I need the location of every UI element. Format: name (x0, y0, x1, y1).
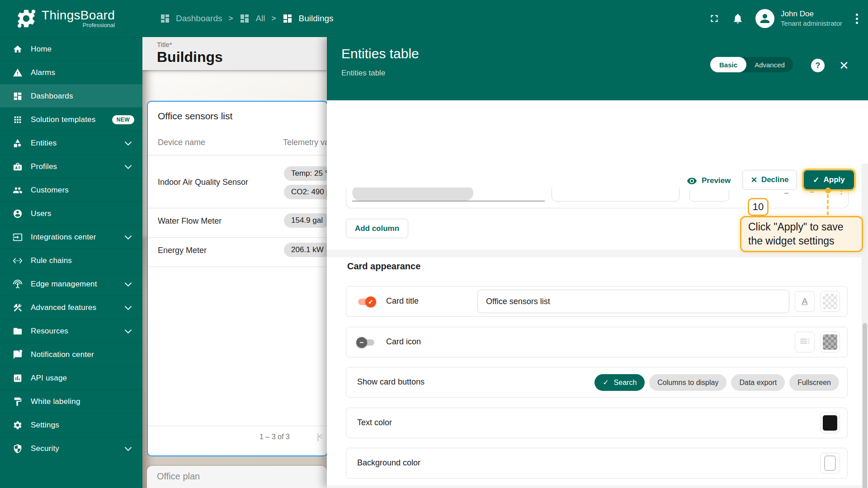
dark-color-swatch-icon (823, 334, 837, 350)
office-plan-widget[interactable]: Office plan (147, 466, 327, 488)
white-color-swatch-icon (824, 455, 836, 471)
sidebar-item-profiles[interactable]: Profiles (0, 155, 142, 178)
tab-basic[interactable]: Basic (710, 57, 746, 72)
dashboard-title-field[interactable]: Title* Buildings (142, 37, 327, 70)
preview-button[interactable]: Preview (684, 172, 733, 190)
avatar (755, 9, 774, 28)
breadcrumb-all[interactable]: All (239, 13, 265, 24)
sidebar-item-settings[interactable]: Settings (0, 413, 142, 436)
scrollbar-thumb[interactable] (863, 323, 867, 488)
sidebar-item-users[interactable]: Users (0, 202, 142, 225)
entities-table-widget[interactable]: Office sensors list Device name Telemetr… (147, 101, 327, 456)
card-icon-toggle[interactable]: – (357, 337, 375, 348)
tab-advanced[interactable]: Advanced (746, 57, 793, 72)
add-column-button[interactable]: Add column (346, 219, 408, 238)
chat-unread-icon (13, 350, 23, 360)
sidebar-item-advanced-features[interactable]: Advanced features (0, 296, 142, 319)
divider (148, 208, 327, 208)
panel-subtitle: Entities table (341, 69, 385, 78)
logo[interactable]: ThingsBoard Professional (0, 0, 142, 37)
dashboard-icon (239, 13, 250, 24)
text-color-button[interactable] (820, 413, 840, 433)
show-card-buttons-row: Show card buttons ✓Search Columns to dis… (346, 367, 848, 398)
folder-icon (13, 326, 23, 336)
sidebar-item-resources[interactable]: Resources (0, 319, 142, 343)
sidebar-item-home[interactable]: Home (0, 37, 142, 61)
chip-data-export[interactable]: Data export (731, 374, 785, 391)
sidebar-item-notification-center[interactable]: Notification center (0, 343, 142, 366)
help-icon[interactable]: ? (811, 59, 825, 72)
section-gap (327, 485, 868, 488)
topbar: Dashboards > All > Buildings John Doe Te… (142, 0, 868, 37)
chevron-down-icon (125, 279, 132, 286)
divider (148, 267, 327, 267)
breadcrumb-dashboards[interactable]: Dashboards (160, 13, 222, 24)
sidebar-item-white-labeling[interactable]: White labeling (0, 389, 142, 413)
user-role: Tenant administrator (781, 19, 842, 28)
sidebar-item-api-usage[interactable]: API usage (0, 366, 142, 389)
first-page-icon[interactable]: |< (317, 432, 322, 441)
sidebar-item-solution-templates[interactable]: Solution templatesNEW (0, 108, 142, 131)
chip-fullscreen[interactable]: Fullscreen (789, 374, 839, 391)
card-title-input[interactable] (477, 290, 789, 313)
rule-chains-icon (13, 256, 23, 266)
card-title-row: ✓ Card title A (346, 286, 848, 317)
icon-color-button[interactable] (820, 332, 840, 352)
table-row-device-name[interactable]: Indoor Air Quality Sensor (158, 178, 248, 187)
user-menu[interactable]: John Doe Tenant administrator (755, 9, 842, 28)
sidebar-item-edge-management[interactable]: Edge management (0, 272, 142, 296)
divider (148, 426, 327, 426)
card-title-label: Card title (386, 296, 419, 306)
close-icon[interactable]: ✕ (839, 58, 849, 73)
tools-icon (13, 303, 23, 313)
antenna-icon (13, 279, 23, 289)
font-settings-button[interactable]: A (795, 291, 815, 312)
card-title-toggle[interactable]: ✓ (357, 296, 375, 308)
warning-icon (13, 68, 23, 78)
font-icon: A (802, 296, 808, 306)
remove-icon[interactable]: – (784, 189, 788, 197)
sidebar-item-customers[interactable]: Customers (0, 178, 142, 202)
thingsboard-app: ThingsBoard Professional Home Alarms Das… (0, 0, 868, 488)
chart-icon (13, 373, 23, 383)
scrollbar-track[interactable] (862, 164, 868, 488)
chip-columns-to-display[interactable]: Columns to display (649, 374, 726, 391)
tutorial-connector-dot (825, 188, 831, 193)
check-icon: ✓ (813, 175, 819, 185)
user-name: John Doe (781, 9, 842, 19)
sidebar-item-dashboards[interactable]: Dashboards (0, 84, 142, 108)
chevron-down-icon (125, 138, 132, 145)
background-color-label: Background color (357, 458, 420, 468)
sidebar-item-alarms[interactable]: Alarms (0, 61, 142, 84)
background-color-button[interactable] (820, 453, 840, 474)
cross-icon: ✕ (751, 175, 757, 185)
home-icon (13, 44, 23, 54)
sidebar-item-integrations-center[interactable]: Integrations center (0, 225, 142, 249)
eye-icon (687, 176, 697, 186)
chip-search[interactable]: ✓Search (594, 374, 645, 391)
topbar-actions: John Doe Tenant administrator (708, 0, 860, 37)
divider (148, 237, 327, 238)
divider (148, 155, 327, 155)
basic-advanced-toggle[interactable]: Basic Advanced (710, 57, 793, 72)
tutorial-connector-line (827, 194, 829, 215)
icon-picker-button[interactable] (795, 332, 815, 352)
sidebar-item-security[interactable]: Security (0, 436, 142, 460)
kebab-menu-icon[interactable] (854, 12, 860, 26)
sidebar-item-entities[interactable]: Entities (0, 131, 142, 155)
fullscreen-icon[interactable] (708, 13, 720, 24)
card-buttons-chips: ✓Search Columns to display Data export F… (594, 374, 839, 391)
sidebar-item-rule-chains[interactable]: Rule chains (0, 249, 142, 272)
background-color-row: Background color (346, 448, 848, 479)
profiles-badge-icon (13, 162, 23, 172)
apply-button[interactable]: ✓ Apply (804, 170, 854, 189)
decline-button[interactable]: ✕ Decline (742, 170, 797, 190)
chevron-down-icon (125, 326, 132, 333)
telemetry-chip: 206.1 kW (284, 243, 327, 257)
table-row-device-name[interactable]: Energy Meter (158, 246, 207, 255)
breadcrumb-buildings[interactable]: Buildings (282, 13, 333, 24)
table-row-device-name[interactable]: Water Flow Meter (158, 216, 222, 226)
title-color-button[interactable] (820, 291, 840, 312)
notifications-bell-icon[interactable] (732, 13, 744, 24)
dashboard-icon (282, 13, 293, 24)
